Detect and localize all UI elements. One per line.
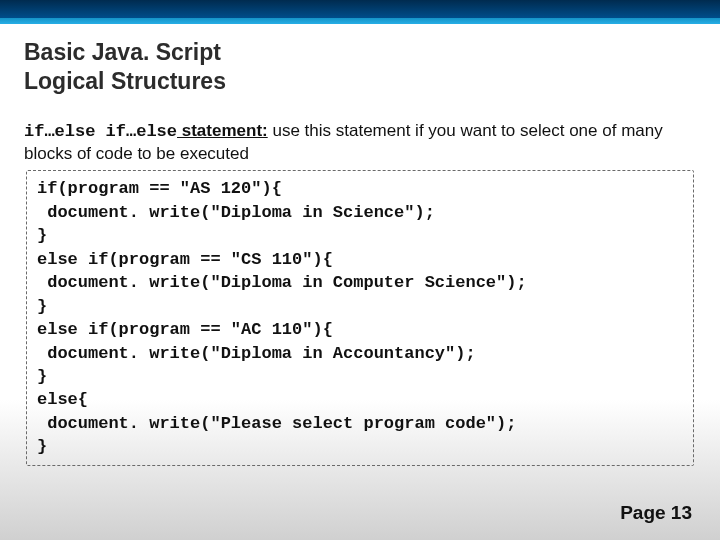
- keyword-if-else-if-else: if…else if…else: [24, 122, 177, 141]
- code-block: if(program == "AS 120"){ document. write…: [26, 170, 694, 465]
- slide-title: Basic Java. Script Logical Structures: [24, 38, 696, 96]
- statement-label: statement:: [177, 121, 268, 140]
- header-dark-band: [0, 0, 720, 18]
- header-accent-bar: [0, 18, 720, 24]
- page-number: Page 13: [620, 502, 692, 524]
- statement-description: if…else if…else statement: use this stat…: [24, 120, 696, 167]
